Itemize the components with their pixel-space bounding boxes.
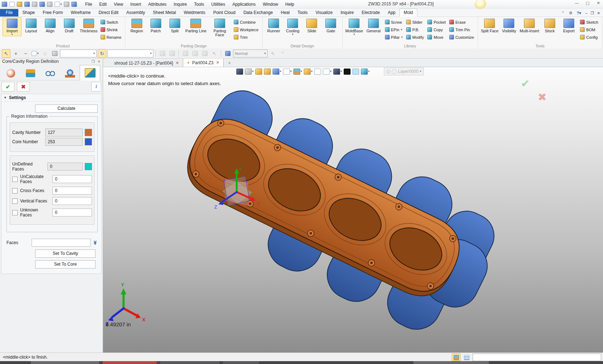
background-button[interactable]: ▾ bbox=[333, 68, 342, 75]
ribbon-tab-data-exchange[interactable]: Data Exchange bbox=[240, 9, 277, 17]
display-toggle-button[interactable] bbox=[64, 1, 70, 7]
move-button[interactable]: Move bbox=[426, 33, 447, 41]
app-logo-button[interactable] bbox=[1, 1, 8, 7]
ribbon-tab-visualize[interactable]: Visualize bbox=[311, 9, 337, 17]
parting-face-button[interactable]: Parting Face bbox=[208, 17, 232, 37]
unknown-faces-checkbox[interactable] bbox=[12, 210, 18, 215]
copy-button[interactable]: Copy bbox=[426, 26, 447, 33]
panel-close-icon[interactable]: ✕ bbox=[98, 60, 101, 64]
ribbon-tab-electrode[interactable]: Electrode bbox=[358, 9, 384, 17]
p-b-button[interactable]: P.B. bbox=[405, 26, 425, 33]
doc-minimize-button[interactable]: – bbox=[585, 11, 588, 15]
draft-button[interactable]: Draft bbox=[60, 17, 79, 33]
stamp-tab[interactable] bbox=[20, 66, 40, 80]
select-arrow-button[interactable]: ↖ bbox=[269, 49, 277, 58]
close-tab-icon[interactable]: ✕ bbox=[176, 61, 179, 65]
close-tab-icon[interactable]: ✕ bbox=[216, 60, 219, 65]
taskbar-app-button[interactable] bbox=[31, 361, 99, 364]
restore-button[interactable]: ▢ bbox=[585, 1, 590, 5]
toolbar-combo[interactable]: ▾ bbox=[107, 50, 153, 57]
taskbar-app-button[interactable] bbox=[413, 361, 489, 364]
camera-view-button[interactable]: ▾ bbox=[245, 68, 254, 75]
back-button[interactable] bbox=[71, 1, 77, 7]
redo-button[interactable] bbox=[47, 1, 53, 7]
workpiece-button[interactable]: Workpiece bbox=[233, 26, 260, 33]
black-color-swatch[interactable] bbox=[343, 68, 351, 75]
ribbon-tab-shape[interactable]: Shape bbox=[18, 9, 39, 17]
remove-pick-button[interactable]: − bbox=[21, 49, 30, 58]
minimize-button[interactable]: — bbox=[574, 1, 579, 5]
doc-close-button[interactable]: ✕ bbox=[597, 11, 600, 15]
datum-gold-button[interactable] bbox=[264, 68, 271, 75]
view-manager-button[interactable]: ▾ bbox=[54, 1, 62, 7]
cavity-number-field[interactable]: 127 bbox=[45, 129, 83, 136]
vertical-faces-field[interactable]: 0 bbox=[52, 197, 92, 205]
switch-button[interactable]: Switch bbox=[99, 18, 123, 26]
bom-button[interactable]: BOM bbox=[579, 26, 599, 33]
menu-file[interactable]: File bbox=[82, 1, 96, 8]
ribbon-tab-heal[interactable]: Heal bbox=[277, 9, 294, 17]
preview-glasses-tab[interactable] bbox=[40, 66, 60, 80]
texture-display-button[interactable]: ▾ bbox=[303, 68, 313, 75]
menu-inquire[interactable]: Inquire bbox=[170, 1, 191, 8]
patch-button[interactable]: Patch bbox=[146, 17, 165, 33]
thickness-button[interactable]: Thickness bbox=[79, 17, 99, 33]
undefined-color-swatch[interactable] bbox=[85, 163, 92, 170]
ribbon-tab-weldments[interactable]: Weldments bbox=[180, 9, 209, 17]
layout-button[interactable]: Layout bbox=[22, 17, 41, 33]
customize-button[interactable]: Customize bbox=[448, 33, 475, 41]
pillar-button[interactable]: Pillar▾ bbox=[384, 33, 404, 41]
align-vertical-button[interactable] bbox=[168, 49, 176, 58]
prompt-toggle-button[interactable] bbox=[452, 354, 460, 361]
help-icon[interactable]: ?▾ bbox=[577, 11, 581, 15]
doc-restore-button[interactable]: ❐ bbox=[591, 11, 594, 15]
menu-help[interactable]: Help bbox=[282, 1, 298, 8]
uncalculate-faces-checkbox[interactable] bbox=[12, 177, 18, 182]
align-button[interactable]: Align bbox=[41, 17, 60, 33]
align-horizontal-button[interactable] bbox=[158, 49, 167, 58]
menu-tools[interactable]: Tools bbox=[190, 1, 208, 8]
undefined-faces-field[interactable]: 0 bbox=[47, 163, 83, 171]
info-button[interactable]: i bbox=[91, 82, 101, 92]
menu-attributes[interactable]: Attributes bbox=[145, 1, 170, 8]
document-tab-part004-z3[interactable]: +Part004.Z3✕ bbox=[183, 58, 224, 67]
snap-point-button[interactable]: ° bbox=[278, 49, 287, 58]
export-button[interactable]: Export bbox=[559, 17, 578, 33]
print-button[interactable] bbox=[32, 1, 38, 7]
faces-input[interactable] bbox=[32, 239, 91, 247]
region-box-tab[interactable] bbox=[80, 65, 100, 80]
sort-list-button[interactable] bbox=[200, 49, 209, 58]
taskbar-app-button[interactable] bbox=[160, 361, 219, 364]
floating-confirm-icon[interactable]: ✔ bbox=[521, 77, 530, 90]
toolbar-combo[interactable]: ▾ bbox=[60, 50, 97, 57]
rename-button[interactable]: Rename bbox=[99, 33, 123, 41]
select-cursor-button[interactable]: ↖ bbox=[2, 49, 10, 58]
ribbon-tab-point-cloud[interactable]: Point Cloud bbox=[209, 9, 240, 17]
stock-button[interactable]: Stock bbox=[540, 17, 559, 33]
visibility-button[interactable]: Visibility bbox=[500, 17, 519, 33]
ribbon-tab-direct-edit[interactable]: Direct Edit bbox=[94, 9, 122, 17]
split-face-button[interactable]: Split Face bbox=[480, 17, 500, 33]
erase-button[interactable]: Erase bbox=[448, 18, 475, 26]
cavity-color-swatch[interactable] bbox=[85, 129, 92, 136]
ribbon-tab-assembly[interactable]: Assembly bbox=[122, 9, 149, 17]
datum-plane-button[interactable]: ▾ bbox=[323, 68, 332, 75]
ribbon-tab-wireframe[interactable]: Wireframe bbox=[67, 9, 94, 17]
gate-button[interactable]: Gate bbox=[321, 17, 340, 33]
settings-gear-icon[interactable]: ⚙ bbox=[569, 11, 572, 15]
ribbon-tab-sheet-metal[interactable]: Sheet Metal bbox=[149, 9, 180, 17]
calculate-button[interactable]: Calculate bbox=[35, 104, 98, 113]
layer-combo[interactable]: Layer0000▾ bbox=[384, 67, 424, 75]
trim-pin-button[interactable]: Trim Pin bbox=[448, 26, 475, 33]
menu-edit[interactable]: Edit bbox=[96, 1, 110, 8]
pick-window-button[interactable]: ▾ bbox=[31, 49, 40, 58]
taskbar-app-button[interactable] bbox=[223, 361, 259, 364]
sketch-button[interactable]: Sketch bbox=[579, 18, 599, 26]
confirm-button[interactable]: ✔ bbox=[1, 82, 14, 92]
expand-faces-icon[interactable]: ≫ bbox=[93, 241, 98, 245]
view-rotate-button[interactable] bbox=[223, 49, 232, 58]
trim-button[interactable]: Trim bbox=[233, 33, 260, 41]
blue-color-swatch[interactable] bbox=[352, 68, 360, 75]
vertical-faces-checkbox[interactable] bbox=[12, 199, 18, 204]
pick-filter-button[interactable] bbox=[50, 49, 59, 58]
